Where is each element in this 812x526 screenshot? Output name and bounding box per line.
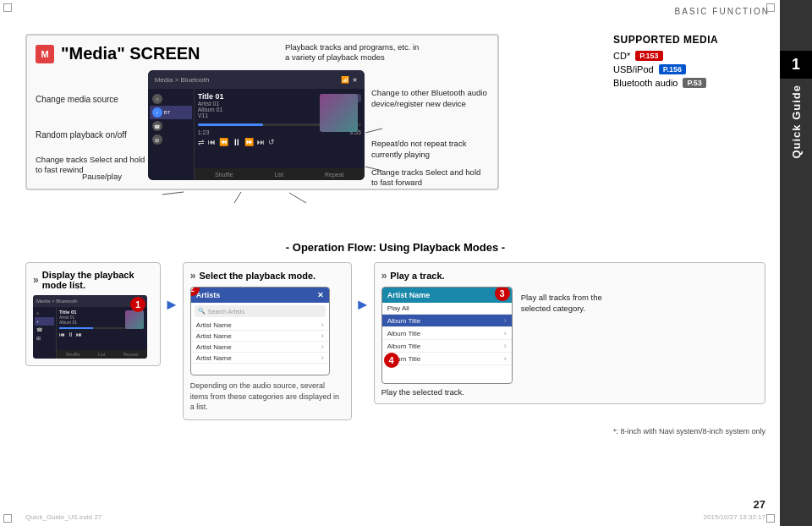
annotation-playback-modes: Playback tracks and programs, etc. in a … [285, 42, 420, 63]
annotation-repeat: Repeat/do not repeat track currently pla… [371, 138, 489, 161]
screen-source: Media > Bluetooth [155, 76, 210, 84]
step-3-badge: 3 [495, 287, 510, 301]
step-2-screen-wrapper: Artists ✕ 🔍 Search Artists Artist Name › [190, 287, 344, 375]
artist-row-4[interactable]: Artist Name › [191, 353, 329, 364]
play-row-1[interactable]: Album Title › [382, 315, 512, 327]
play-screen: Artist Name ✕ Play All Album Title › Alb… [381, 287, 513, 384]
play-all-annotation: Play all tracks from the selected catego… [521, 287, 623, 384]
sidebar: 1 Quick Guide [780, 0, 812, 526]
time-elapsed: 1:23 [198, 129, 210, 135]
nav-item-home[interactable]: ⌂ [150, 92, 192, 106]
mini-left-panel: ⌂ ♪ ☎ ⊞ [33, 307, 57, 359]
bottom-shuffle: Shuffle [215, 172, 233, 178]
progress-fill [198, 123, 263, 126]
screen-mockup: Media > Bluetooth 📶 ★ ⌂ ♪ BT [148, 70, 365, 180]
arrow-2-3: ► [352, 262, 374, 314]
play-row-all[interactable]: Play All [382, 303, 512, 315]
svg-line-5 [289, 193, 306, 203]
arrow-1-2: ► [161, 262, 183, 314]
album-art [320, 94, 358, 132]
apps-icon: ⊞ [152, 134, 162, 145]
screen-bottom-bar: Shuffle List Repeat [195, 168, 365, 180]
wifi-icon: 📶 [341, 76, 349, 84]
search-icon: 🔍 [198, 308, 206, 315]
print-mark-br [766, 514, 775, 523]
play-chevron-1: › [504, 316, 507, 325]
artist-row-2[interactable]: Artist Name › [191, 331, 329, 342]
repeat-btn[interactable]: ↺ [268, 138, 275, 146]
artist-row-3[interactable]: Artist Name › [191, 342, 329, 353]
media-bt-badge: P.53 [683, 78, 705, 88]
home-icon: ⌂ [152, 94, 162, 104]
artist-row-1[interactable]: Artist Name › [191, 320, 329, 331]
print-footer-right: 2015/10/27 13:32:17 [704, 513, 765, 521]
annotation-change-media: Change media source [36, 94, 118, 105]
search-placeholder: Search Artists [208, 309, 244, 315]
artists-screen: Artists ✕ 🔍 Search Artists Artist Name › [190, 287, 330, 375]
media-cd-label: CD* [613, 51, 630, 61]
step-1-icon: » [33, 274, 39, 286]
media-item-bt: Bluetooth audio P.53 [613, 78, 770, 88]
step-2-box: » Select the playback mode. Artists ✕ 🔍 … [183, 262, 352, 420]
chevron-1: › [321, 321, 324, 329]
op-flow-steps: » Display the playback mode list. Media … [25, 262, 765, 420]
media-item-cd: CD* P.153 [613, 51, 770, 61]
chevron-4: › [321, 353, 324, 362]
mini-next: ⏭ [76, 331, 82, 337]
annotation-bluetooth: Change to other Bluetooth audio device/r… [371, 87, 489, 110]
artists-header: Artists ✕ [191, 288, 329, 303]
step-1-box: » Display the playback mode list. Media … [25, 262, 161, 366]
op-flow-title: - Operation Flow: Using Playback Modes - [25, 241, 765, 254]
bottom-repeat: Repeat [325, 172, 344, 178]
sidebar-number: 1 [780, 51, 812, 79]
main-content: M "Media" SCREEN Playback tracks and pro… [25, 17, 770, 501]
step-3-icon: » [381, 270, 387, 282]
nav-item-music[interactable]: ♪ BT [150, 106, 192, 119]
step-2-icon: » [190, 270, 196, 282]
mini-nav-home: ⌂ [35, 309, 54, 317]
mini-progress-fill [59, 327, 93, 329]
play-chevron-2: › [504, 329, 507, 337]
page-header: BASIC FUNCTION [675, 7, 770, 16]
svg-line-4 [234, 192, 241, 203]
mini-nav-phone: ☎ [35, 326, 54, 334]
step-3-title: » Play a track. [381, 270, 758, 282]
play-row-4[interactable]: Album Title › [382, 353, 512, 365]
media-icon: M [36, 45, 54, 63]
play-chevron-4: › [504, 354, 507, 363]
step-3-content: Artist Name ✕ Play All Album Title › Alb… [381, 287, 758, 384]
mini-play: ⏸ [68, 331, 74, 337]
mini-nav-apps: ⊞ [35, 334, 54, 342]
nav-item-apps[interactable]: ⊞ [150, 133, 192, 146]
media-screen-title-text: "Media" SCREEN [61, 44, 200, 63]
shuffle-btn[interactable]: ⇌ [198, 138, 205, 146]
op-flow-section: - Operation Flow: Using Playback Modes -… [25, 241, 765, 420]
play-selected-annotation: Play the selected track. [381, 387, 758, 397]
rewind-btn[interactable]: ⏪ [219, 138, 228, 146]
mini-nav-bt: ♪ [35, 317, 54, 326]
step-1-title: » Display the playback mode list. [33, 270, 153, 290]
annotation-random: Random playback on/off [36, 129, 127, 140]
left-annotations: Change media source Random playback on/o… [36, 70, 148, 180]
step-3-title-text: Play a track. [390, 271, 444, 281]
media-item-usb: USB/iPod P.156 [613, 64, 770, 74]
play-row-3[interactable]: Album Title › [382, 340, 512, 353]
play-row-2[interactable]: Album Title › [382, 327, 512, 340]
print-footer-left: Quick_Guide_US.indd 27 [25, 513, 102, 521]
annotation-change-tracks-forward: Change tracks Select and hold to fast fo… [371, 167, 489, 189]
media-bt-label: Bluetooth audio [613, 78, 678, 88]
prev-btn[interactable]: ⏮ [208, 138, 216, 146]
controls-row: ⇌ ⏮ ⏪ ⏸ ⏩ ⏭ ↺ [198, 137, 361, 147]
artists-close[interactable]: ✕ [317, 291, 324, 299]
media-cd-badge: P.153 [635, 51, 662, 61]
fastforward-btn[interactable]: ⏩ [244, 138, 254, 146]
play-pause-btn[interactable]: ⏸ [232, 137, 241, 147]
nav-item-phone[interactable]: ☎ [150, 119, 192, 133]
mini-bottom-bar: Shuffle List Repeat [57, 350, 147, 359]
screen-left-panel: ⌂ ♪ BT ☎ ⊞ [148, 89, 195, 180]
step-1-mini-screen: Media > Bluetooth ★ ⌂ ♪ ☎ ⊞ Title 01 Art… [33, 295, 147, 359]
next-btn[interactable]: ⏭ [257, 138, 265, 146]
screen-header: Media > Bluetooth 📶 ★ [148, 70, 365, 89]
annotation-pause-play: Pause/play [82, 172, 122, 182]
step-2-title: » Select the playback mode. [190, 270, 344, 282]
